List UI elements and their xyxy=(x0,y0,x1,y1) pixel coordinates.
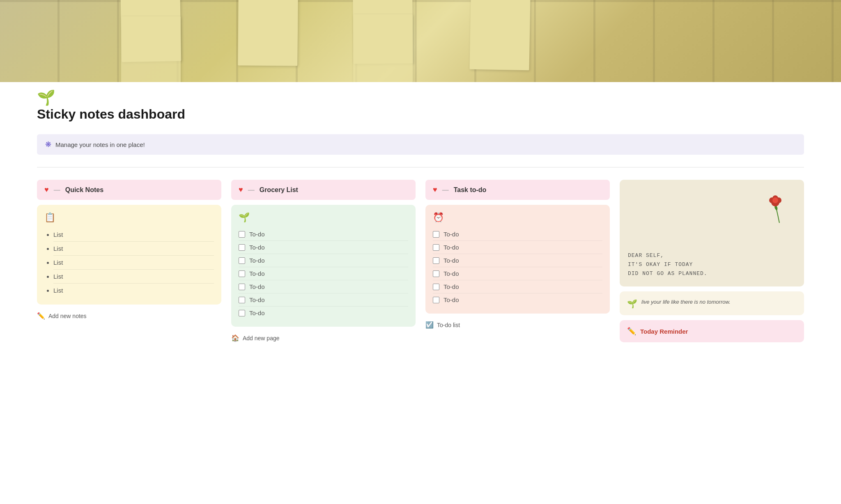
grocery-list-header: ♥ — Grocery List xyxy=(231,180,416,200)
todo-item: To-do xyxy=(239,228,408,241)
banner-text: Manage your notes in one place! xyxy=(55,141,145,148)
hero-banner xyxy=(0,0,841,82)
todo-list-button[interactable]: ☑️ To-do list xyxy=(425,318,610,331)
todo-checkbox[interactable] xyxy=(433,231,439,238)
todo-item: To-do xyxy=(239,267,408,280)
quote-text: live your life like there is no tomorrow… xyxy=(641,298,731,306)
add-page-icon: 🏠 xyxy=(231,334,239,342)
grocery-todo-list: To-do To-do To-do To-do To-do To-do To-d… xyxy=(239,228,408,319)
dear-self-card: DEAR SELF,IT'S OKAY IF TODAYDID NOT GO A… xyxy=(620,180,804,286)
task-todo-card: ⏰ To-do To-do To-do To-do To-do To-do xyxy=(425,205,610,314)
quick-notes-card: 📋 List List List List List xyxy=(37,205,221,305)
todo-checkbox[interactable] xyxy=(239,310,245,316)
todo-checkbox[interactable] xyxy=(433,284,439,290)
task-todo-header: ♥ — Task to-do xyxy=(425,180,610,200)
todo-item: To-do xyxy=(433,267,602,280)
quick-notes-title: Quick Notes xyxy=(65,186,103,194)
dash-2: — xyxy=(248,186,255,194)
todo-checkbox[interactable] xyxy=(433,297,439,303)
todo-checkbox[interactable] xyxy=(239,257,245,264)
dash-1: — xyxy=(54,186,60,194)
list-item: List xyxy=(53,256,214,270)
todo-item: To-do xyxy=(239,241,408,254)
add-page-button[interactable]: 🏠 Add new page xyxy=(231,332,416,344)
task-todo-list: To-do To-do To-do To-do To-do To-do xyxy=(433,228,602,306)
alarm-icon: ⏰ xyxy=(433,212,602,223)
section-divider xyxy=(37,167,804,167)
quote-card: 🌱 live your life like there is no tomorr… xyxy=(620,291,804,315)
sprout-icon: 🌱 xyxy=(239,212,408,223)
todo-item: To-do xyxy=(239,280,408,293)
quick-notes-header: ♥ — Quick Notes xyxy=(37,180,221,200)
todo-list-label: To-do list xyxy=(437,322,460,328)
flower-decoration xyxy=(767,188,792,229)
reminder-text: Today Reminder xyxy=(640,328,688,335)
column-motivational: DEAR SELF,IT'S OKAY IF TODAYDID NOT GO A… xyxy=(620,180,804,344)
grocery-list-title: Grocery List xyxy=(260,186,298,194)
info-banner: ❋ Manage your notes in one place! xyxy=(37,134,804,155)
list-item: List xyxy=(53,242,214,256)
list-item: List xyxy=(53,270,214,284)
heart-icon-3: ♥ xyxy=(433,186,437,194)
add-notes-icon: ✏️ xyxy=(37,312,45,320)
list-item: List xyxy=(53,284,214,297)
todo-item: To-do xyxy=(433,254,602,267)
quick-notes-list: List List List List List xyxy=(44,228,214,297)
reminder-card[interactable]: ✏️ Today Reminder xyxy=(620,320,804,342)
plant-icon: 🌱 xyxy=(37,90,55,105)
todo-checkbox[interactable] xyxy=(239,231,245,238)
add-notes-button[interactable]: ✏️ Add new notes xyxy=(37,309,221,322)
cards-grid: ♥ — Quick Notes 📋 List List List List Li… xyxy=(0,180,841,357)
todo-item: To-do xyxy=(239,307,408,319)
todo-item: To-do xyxy=(433,293,602,306)
todo-item: To-do xyxy=(239,254,408,267)
todo-checkbox[interactable] xyxy=(239,244,245,251)
todo-checkbox[interactable] xyxy=(433,270,439,277)
column-grocery-list: ♥ — Grocery List 🌱 To-do To-do To-do To-… xyxy=(231,180,416,344)
todo-checkbox[interactable] xyxy=(433,257,439,264)
clipboard-icon: 📋 xyxy=(44,212,214,223)
todo-checkbox[interactable] xyxy=(239,284,245,290)
column-task-todo: ♥ — Task to-do ⏰ To-do To-do To-do To-do… xyxy=(425,180,610,344)
todo-list-icon: ☑️ xyxy=(425,321,434,329)
todo-item: To-do xyxy=(433,228,602,241)
page-title: Sticky notes dashboard xyxy=(37,107,185,122)
heart-icon-1: ♥ xyxy=(44,186,49,194)
todo-item: To-do xyxy=(433,241,602,254)
banner-icon: ❋ xyxy=(45,140,51,149)
add-page-label: Add new page xyxy=(243,335,280,341)
svg-point-4 xyxy=(772,197,778,203)
pencil-icon: ✏️ xyxy=(627,327,636,336)
quote-plant-icon: 🌱 xyxy=(627,299,637,309)
todo-checkbox[interactable] xyxy=(433,244,439,251)
task-todo-title: Task to-do xyxy=(454,186,487,194)
page-header: 🌱 Sticky notes dashboard xyxy=(0,82,841,134)
grocery-list-card: 🌱 To-do To-do To-do To-do To-do To-do To… xyxy=(231,205,416,327)
todo-item: To-do xyxy=(239,293,408,307)
add-notes-label: Add new notes xyxy=(48,313,87,319)
list-item: List xyxy=(53,228,214,242)
heart-icon-2: ♥ xyxy=(239,186,243,194)
dear-self-text: DEAR SELF,IT'S OKAY IF TODAYDID NOT GO A… xyxy=(628,251,708,278)
column-quick-notes: ♥ — Quick Notes 📋 List List List List Li… xyxy=(37,180,221,344)
dash-3: — xyxy=(442,186,449,194)
todo-checkbox[interactable] xyxy=(239,270,245,277)
todo-checkbox[interactable] xyxy=(239,297,245,303)
todo-item: To-do xyxy=(433,280,602,293)
